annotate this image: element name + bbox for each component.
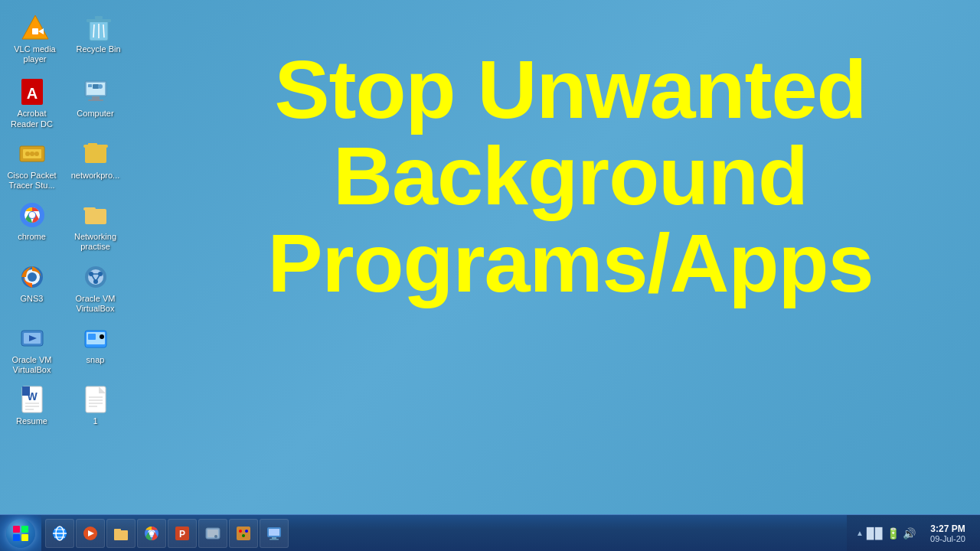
networking-label: Networkingpractise <box>74 232 116 252</box>
svg-rect-18 <box>88 84 92 87</box>
big-text-line1: Stop Unwanted <box>176 46 965 132</box>
start-button[interactable] <box>0 515 41 552</box>
desktop-icon-cisco[interactable]: Cisco PacketTracer Stu... <box>3 135 60 194</box>
networkpro-label: networkpro... <box>71 171 120 181</box>
taskbar-btn-paint[interactable] <box>229 519 258 548</box>
svg-rect-63 <box>13 526 20 533</box>
taskbar-btn-remote[interactable] <box>260 519 289 548</box>
ie-icon <box>51 524 69 543</box>
taskbar-chrome-icon <box>142 524 161 543</box>
speaker-icon: 🔊 <box>903 527 916 540</box>
desktop-icon-networking[interactable]: Networkingpractise <box>67 197 124 255</box>
start-orb <box>6 519 35 548</box>
desktop-icon-recycle-bin[interactable]: Recycle Bin <box>70 9 127 67</box>
svg-point-79 <box>149 531 154 536</box>
clock-date: 09-Jul-20 <box>930 534 965 543</box>
paint-icon <box>234 524 253 543</box>
svg-rect-16 <box>93 84 99 89</box>
desktop-icon-acrobat[interactable]: A AcrobatReader DC <box>3 73 60 132</box>
explorer-icon <box>112 524 130 543</box>
network-signal-icon: ▉▉ <box>867 527 884 540</box>
desktop-icon-vbox[interactable]: Oracle VMVirtualBox <box>3 320 60 378</box>
doc1-label: 1 <box>93 416 97 426</box>
taskbar-items: P <box>41 515 847 551</box>
svg-text:A: A <box>26 85 37 102</box>
svg-text:P: P <box>179 529 185 540</box>
cisco-label: Cisco PacketTracer Stu... <box>7 171 56 191</box>
taskbar-btn-ppt[interactable]: P <box>168 519 197 548</box>
desktop-icon-chrome[interactable]: chrome <box>3 197 60 255</box>
desktop-icons-area: VLC media player Recycle Bin <box>0 0 133 435</box>
desktop-icon-vlc[interactable]: VLC media player <box>6 9 64 67</box>
svg-text:W: W <box>27 390 38 403</box>
svg-point-87 <box>245 530 248 533</box>
svg-rect-65 <box>13 534 20 541</box>
svg-point-50 <box>100 334 104 339</box>
recycle-bin-label: Recycle Bin <box>76 44 120 54</box>
svg-rect-24 <box>85 146 106 163</box>
svg-rect-49 <box>88 334 96 340</box>
media-player-icon <box>81 524 100 543</box>
resume-label: Resume <box>16 416 47 426</box>
big-text-overlay: Stop Unwanted Background Programs/Apps <box>176 46 965 306</box>
desktop-icon-computer[interactable]: Computer <box>67 73 124 132</box>
svg-point-84 <box>214 535 217 538</box>
firefox-label: GNS3 <box>21 294 44 304</box>
svg-point-86 <box>239 530 242 533</box>
svg-line-9 <box>103 24 104 37</box>
clock-area[interactable]: 3:27 PM 09-Jul-20 <box>920 523 975 543</box>
svg-rect-91 <box>272 537 276 539</box>
svg-rect-92 <box>270 539 279 540</box>
svg-rect-15 <box>88 99 103 101</box>
taskbar-btn-disk[interactable] <box>198 519 227 548</box>
svg-rect-75 <box>114 529 121 532</box>
vlc-label: VLC media player <box>9 44 60 64</box>
taskbar-btn-explorer[interactable] <box>106 519 136 548</box>
tray-expand-button[interactable]: ▲ <box>856 529 864 537</box>
acrobat-label: AcrobatReader DC <box>11 109 53 129</box>
svg-point-21 <box>25 152 30 156</box>
taskbar: P <box>0 514 980 551</box>
remote-desktop-icon <box>265 524 283 543</box>
svg-point-88 <box>242 534 245 537</box>
disk-icon <box>204 524 222 543</box>
svg-point-22 <box>30 152 34 156</box>
gns3-label: Oracle VM VirtualBox <box>70 294 121 314</box>
desktop-icon-doc1[interactable]: 1 <box>67 381 124 429</box>
svg-point-35 <box>28 272 37 282</box>
desktop-icon-firefox[interactable]: GNS3 <box>3 259 60 317</box>
tray-icons: ▲ ▉▉ 🔋 🔊 <box>851 527 920 540</box>
svg-rect-26 <box>88 143 97 146</box>
svg-rect-2 <box>32 28 38 34</box>
system-tray: ▲ ▉▉ 🔋 🔊 3:27 PM 09-Jul-20 <box>847 515 980 551</box>
svg-point-17 <box>98 84 103 89</box>
desktop-icon-networkpro[interactable]: networkpro... <box>67 135 124 194</box>
svg-rect-66 <box>21 534 28 541</box>
svg-point-23 <box>34 152 39 156</box>
svg-rect-6 <box>95 16 103 19</box>
clock-time: 3:27 PM <box>930 523 965 534</box>
svg-rect-90 <box>269 529 279 536</box>
computer-label: Computer <box>77 109 113 119</box>
desktop: VLC media player Recycle Bin <box>0 0 980 514</box>
svg-rect-14 <box>92 96 100 99</box>
snap-label: snap <box>87 355 105 365</box>
vbox-label: Oracle VMVirtualBox <box>12 355 52 375</box>
desktop-icon-snap[interactable]: snap <box>67 320 124 378</box>
desktop-icon-gns3[interactable]: Oracle VM VirtualBox <box>67 259 124 317</box>
desktop-icon-resume[interactable]: W Resume <box>3 381 60 429</box>
taskbar-btn-media[interactable] <box>76 519 105 548</box>
big-text-line3: Programs/Apps <box>176 220 965 306</box>
svg-point-30 <box>29 212 35 218</box>
chrome-label: chrome <box>18 232 46 242</box>
svg-rect-31 <box>85 209 106 224</box>
windows-logo-icon <box>12 525 29 542</box>
svg-rect-32 <box>83 207 96 210</box>
svg-rect-64 <box>21 526 28 533</box>
svg-rect-85 <box>237 527 250 540</box>
svg-rect-5 <box>87 19 111 22</box>
taskbar-btn-ie[interactable] <box>45 519 74 548</box>
taskbar-btn-chrome[interactable] <box>137 519 166 548</box>
battery-icon: 🔋 <box>887 527 900 540</box>
powerpoint-icon: P <box>173 524 191 543</box>
